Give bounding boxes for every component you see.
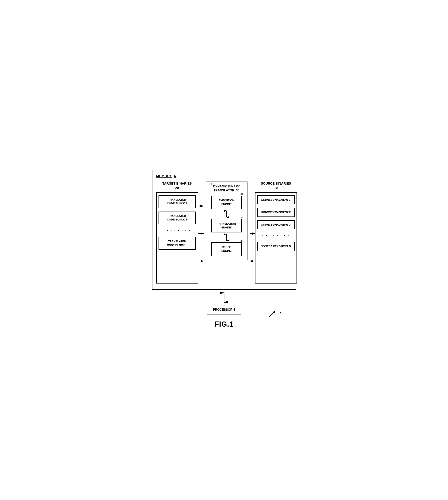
source-fragment-1: SOURCE FRAGMENT 1 <box>257 196 295 205</box>
translated-code-block-2: TRANSLATED CODE BLOCK 2 <box>159 212 196 224</box>
sf2-text: SOURCE FRAGMENT 2 <box>261 211 291 214</box>
exec-trans-arrow: 32 <box>224 210 229 218</box>
target-dots: · · · · · · · · <box>159 228 196 234</box>
memory-label: MEMORY 6 <box>156 174 292 178</box>
translator-outer-box: DYNAMIC BINARY TRANSLATOR 30 31 EXECUTIO… <box>206 182 247 260</box>
sfn-text: SOURCE FRAGMENT N <box>261 245 291 248</box>
svg-marker-9 <box>273 311 275 313</box>
tcbl-line2: CODE BLOCK L <box>167 244 187 247</box>
tcb1-line1: TRANSLATED <box>168 198 186 201</box>
trans-engine-l2: ENGINE <box>222 226 232 229</box>
execution-engine-box: 31 EXECUTION ENGINE <box>211 196 242 209</box>
arrow2-container: 2 <box>268 309 281 318</box>
exec-engine-l2: ENGINE <box>222 203 232 206</box>
processor-arrow <box>220 292 228 303</box>
arrow2-svg <box>268 309 277 318</box>
target-binaries-col: TARGET BINARIES 20 TRANSLATED CODE BLOCK… <box>156 182 198 283</box>
translator-title-l2: TRANSLATOR <box>214 189 234 192</box>
processor-box: PROCESSOR 4 <box>207 305 241 315</box>
tcb2-line2: CODE BLOCK 2 <box>167 218 187 221</box>
reuse-engine-ref-label: 33 <box>240 239 243 243</box>
trans-reuse-arrow <box>224 234 229 241</box>
sf3-text: SOURCE FRAGMENT 3 <box>261 223 291 226</box>
memory-processor-arrow-svg <box>220 292 228 303</box>
tcb1-line2: CODE BLOCK 1 <box>167 202 187 205</box>
reuse-engine-l1: REUSE <box>222 245 231 249</box>
trans-engine-l1: TRANSLATION <box>217 222 236 225</box>
source-fragment-2: SOURCE FRAGMENT 2 <box>257 208 295 217</box>
source-binaries-header: SOURCE BINARIES 10 <box>255 182 297 190</box>
arrow-trans-reuse-svg <box>224 234 229 241</box>
translator-title: DYNAMIC BINARY TRANSLATOR 30 <box>213 185 240 193</box>
tcbl-line1: TRANSLATED <box>168 240 186 243</box>
processor-ref: 4 <box>233 308 235 311</box>
source-binaries-title: SOURCE BINARIES <box>261 182 291 185</box>
translated-code-block-1: TRANSLATED CODE BLOCK 1 <box>159 196 196 208</box>
exec-engine-ref: 31 <box>240 193 243 196</box>
right-arrows-svg <box>249 187 255 278</box>
source-binaries-ref: 10 <box>274 186 278 190</box>
source-dots: · · · · · · · · <box>257 233 295 239</box>
source-fragment-3: SOURCE FRAGMENT 3 <box>257 220 295 229</box>
target-binaries-box: TRANSLATED CODE BLOCK 1 TRANSLATED CODE … <box>156 192 198 284</box>
target-binaries-header: TARGET BINARIES 20 <box>156 182 198 190</box>
memory-box: MEMORY 6 TARGET BINARIES 20 TRANSLATED C… <box>152 170 296 289</box>
processor-label: PROCESSOR <box>213 308 232 311</box>
left-arrows-svg <box>198 187 204 278</box>
trans-engine-ref: 32 <box>209 183 212 185</box>
left-arrows-col <box>198 182 204 283</box>
below-memory: PROCESSOR 4 2 <box>152 290 296 315</box>
translator-col: DYNAMIC BINARY TRANSLATOR 30 31 EXECUTIO… <box>204 182 249 283</box>
reuse-engine-l2: ENGINE <box>222 249 232 252</box>
arrow-exec-trans-svg <box>224 210 229 218</box>
sf1-text: SOURCE FRAGMENT 1 <box>261 198 291 201</box>
translator-title-l1: DYNAMIC BINARY <box>213 185 240 188</box>
memory-ref: 6 <box>174 174 176 178</box>
row-layout: TARGET BINARIES 20 TRANSLATED CODE BLOCK… <box>156 182 292 283</box>
source-binaries-col: SOURCE BINARIES 10 SOURCE FRAGMENT 1 SOU… <box>255 182 297 283</box>
translator-ref: 30 <box>236 189 239 192</box>
exec-engine-l1: EXECUTION <box>219 199 234 202</box>
translation-engine-box: 32 TRANSLATION ENGINE <box>211 219 242 232</box>
translated-code-block-l: TRANSLATED CODE BLOCK L <box>159 237 196 250</box>
right-arrows-col <box>249 182 255 283</box>
target-binaries-ref: 20 <box>175 186 179 190</box>
source-fragment-n: SOURCE FRAGMENT N <box>257 242 295 251</box>
fig-label: FIG.1 <box>214 320 233 328</box>
tcb2-line1: TRANSLATED <box>168 214 186 217</box>
trans-engine-ref-label: 32 <box>240 216 243 219</box>
arrow2-label: 2 <box>278 311 281 316</box>
memory-label-text: MEMORY <box>156 174 172 178</box>
reuse-engine-box: 33 REUSE ENGINE <box>211 242 242 256</box>
page-wrapper: MEMORY 6 TARGET BINARIES 20 TRANSLATED C… <box>146 164 302 336</box>
target-binaries-title: TARGET BINARIES <box>162 182 192 185</box>
source-binaries-box: SOURCE FRAGMENT 1 SOURCE FRAGMENT 2 SOUR… <box>255 192 297 284</box>
